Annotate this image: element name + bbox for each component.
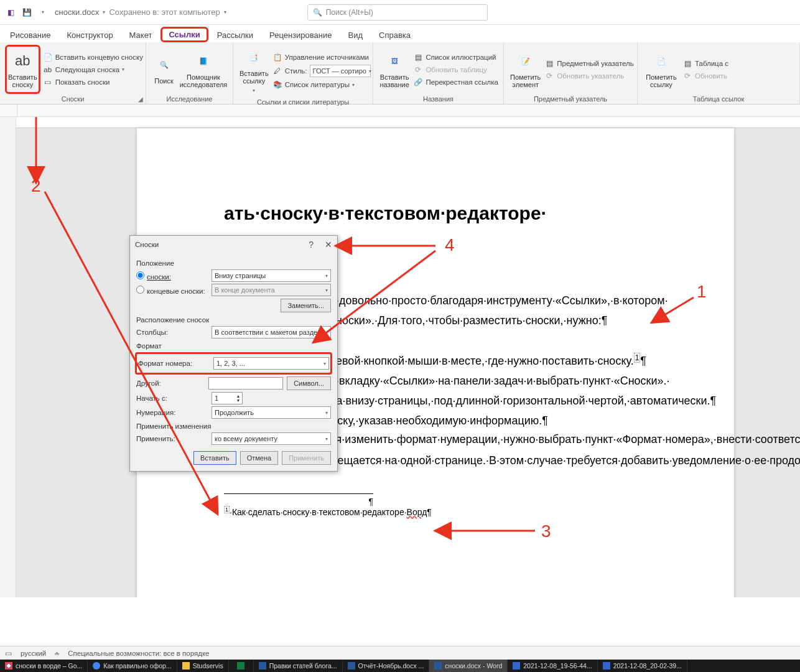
chevron-icon[interactable]: ▾ (103, 9, 105, 15)
update-index-button[interactable]: ⟳Обновить указатель (544, 71, 634, 81)
tab-drawing[interactable]: Рисование (2, 28, 58, 42)
tab-view[interactable]: Вид (340, 28, 370, 42)
custom-mark-row: Другой: Символ... (136, 376, 331, 390)
heading-1[interactable]: ать·сноску·в·текстовом·редакторе· (224, 203, 691, 224)
taskbar-item[interactable]: Отчёт-Ноябрь.docx ... (343, 660, 430, 672)
group-footnotes: ab Вставить сноску 📄Вставить концевую сн… (0, 42, 146, 104)
tb-label: 2021-12-08_19-56-44... (523, 662, 592, 670)
autosave-icon[interactable]: ◧ (5, 7, 16, 18)
insert-endnote-button[interactable]: 📄Вставить концевую сноску (43, 52, 143, 62)
excel-icon (237, 662, 244, 670)
show-notes-button[interactable]: ▭Показать сноски (43, 77, 143, 87)
annotation-number-2: 2 (31, 176, 41, 196)
tab-design[interactable]: Конструктор (59, 28, 120, 42)
update-icon: ⟳ (682, 71, 692, 81)
accessibility-status[interactable]: Специальные возможности: все в порядке (68, 650, 209, 657)
taskbar-item[interactable] (229, 660, 254, 672)
accessibility-icon[interactable]: ஃ (55, 649, 59, 657)
table-of-figures-button[interactable]: ▤Список иллюстраций (413, 52, 498, 62)
mark-entry-icon: 📝 (516, 51, 536, 71)
tab-review[interactable]: Рецензирование (262, 28, 339, 42)
dialog-launcher-icon[interactable]: ◢ (138, 96, 143, 103)
insert-index-button[interactable]: ▤Предметный указатель (544, 58, 634, 68)
cross-reference-button[interactable]: 🔗Перекрестная ссылка (413, 77, 498, 87)
insert-button[interactable]: Вставить (193, 451, 236, 465)
apply-button[interactable]: Применить (282, 451, 331, 465)
apply-to-label: Применить: (136, 435, 208, 442)
taskbar-item[interactable]: Как правильно офор... (88, 660, 177, 672)
taskbar-item[interactable]: сноски в ворде – Go... (0, 660, 88, 672)
next-footnote-button[interactable]: abСледующая сноска▾ (43, 65, 143, 75)
taskbar-item[interactable]: Правки статей блога... (254, 660, 343, 672)
combo-value: ко всему документу (215, 435, 277, 442)
footnote-empty[interactable]: ¶ (224, 497, 373, 506)
xref-icon: 🔗 (413, 77, 423, 87)
symbol-button[interactable]: Символ... (287, 376, 331, 390)
insert-toa-button[interactable]: ▤Таблица с (682, 58, 728, 68)
dialog-title: Сноски (135, 241, 159, 248)
footnote-area[interactable]: ¶ 1·Как·сделать·сноску·в·текстовом·редак… (224, 493, 691, 517)
help-icon[interactable]: ? (309, 240, 314, 250)
group-caption: Названия (378, 94, 498, 103)
tab-help[interactable]: Справка (371, 28, 418, 42)
mark-entry-button[interactable]: 📝Пометить элемент (509, 45, 542, 94)
big-label: Вставить название (379, 73, 409, 88)
radio-endnotes-input[interactable] (136, 286, 144, 294)
qat-more-icon[interactable]: ▾ (37, 7, 49, 18)
dialog-titlebar[interactable]: Сноски ? ✕ (130, 236, 337, 253)
radio-footnotes-input[interactable] (136, 271, 144, 279)
convert-button[interactable]: Заменить... (281, 299, 331, 312)
columns-combo[interactable]: В соответствии с макетом раздела▾ (212, 326, 331, 338)
numbering-row: Нумерация: Продолжить▾ (136, 406, 331, 419)
custom-mark-input[interactable] (208, 377, 283, 390)
vertical-ruler[interactable] (0, 117, 16, 597)
search-input[interactable]: 🔍 Поиск (Alt+Ы) (307, 4, 488, 21)
start-at-row: Начать с: 1▴▾ (136, 392, 331, 404)
taskbar-item[interactable]: 2021-12-08_20-02-39... (598, 660, 687, 672)
tab-layout[interactable]: Макет (122, 28, 160, 42)
radio-footnotes[interactable]: сноски: (136, 271, 208, 281)
update-toa-button[interactable]: ⟳Обновить (682, 71, 728, 81)
manage-sources-button[interactable]: 📋Управление источниками (272, 52, 371, 62)
list-item[interactable]: евой·кнопкой·мыши·в·месте,·где·нужно·пос… (336, 350, 691, 369)
update-table-button[interactable]: ⟳Обновить таблицу (413, 65, 498, 75)
chrome-icon (5, 662, 12, 670)
start-at-spinner[interactable]: 1▴▾ (212, 392, 243, 404)
tb-label: Правки статей блога... (269, 662, 337, 670)
footnote-text[interactable]: 1·Как·сделать·сноску·в·текстовом·редакто… (224, 506, 691, 517)
language-icon[interactable]: ▭ (5, 649, 12, 658)
big-label: Вставить ссылку (240, 70, 269, 85)
bib-icon: 📚 (272, 80, 282, 90)
mark-citation-button[interactable]: 📄Пометить ссылку (643, 45, 680, 94)
insert-caption-button[interactable]: 🖼Вставить название (378, 45, 411, 94)
close-icon[interactable]: ✕ (325, 240, 332, 250)
radio-endnotes[interactable]: концевые сноски: (136, 286, 208, 295)
taskbar-item[interactable]: Studservis (177, 660, 229, 672)
cancel-button[interactable]: Отмена (240, 451, 278, 465)
search-button[interactable]: 🔍Поиск (151, 45, 177, 94)
language-status[interactable]: русский (21, 650, 46, 657)
number-format-combo[interactable]: 1, 2, 3, ...▾ (213, 357, 329, 370)
save-icon[interactable]: 💾 (21, 7, 32, 18)
tab-references[interactable]: Ссылки (160, 27, 208, 42)
tof-icon: ▤ (413, 52, 423, 62)
chevron-icon[interactable]: ▾ (224, 9, 226, 15)
endnote-location-combo[interactable]: В конце документа▾ (212, 284, 331, 296)
footnote-location-combo[interactable]: Внизу страницы▾ (212, 269, 331, 282)
numbering-combo[interactable]: Продолжить▾ (212, 406, 331, 419)
list-item[interactable]: ·вкладку·«Ссылки»·на·панели·задач·и·выбр… (336, 373, 691, 389)
number-format-label: Формат номера: (138, 360, 210, 367)
taskbar-item[interactable]: 2021-12-08_19-56-44... (508, 660, 597, 672)
researcher-button[interactable]: 📘Помощник исследователя (179, 45, 228, 94)
insert-citation-button[interactable]: 📑Вставить ссылку▾ (238, 45, 270, 97)
bibliography-button[interactable]: 📚Список литературы▾ (272, 80, 371, 90)
style-combo[interactable]: ГОСТ — сортиро▾ (310, 65, 371, 77)
apply-to-combo[interactable]: ко всему документу▾ (212, 432, 331, 445)
word-icon (434, 662, 442, 670)
paragraph[interactable]: носки».·Для·того,·чтобы·разместить·сноск… (336, 312, 691, 329)
taskbar-item-active[interactable]: сноски.docx - Word (429, 660, 508, 672)
horizontal-ruler[interactable] (16, 117, 800, 128)
paragraph[interactable]: ·довольно·просто·благодаря·инструменту·«… (336, 292, 691, 309)
insert-footnote-button[interactable]: ab Вставить сноску (5, 45, 40, 94)
tab-mailings[interactable]: Рассылки (210, 28, 261, 42)
